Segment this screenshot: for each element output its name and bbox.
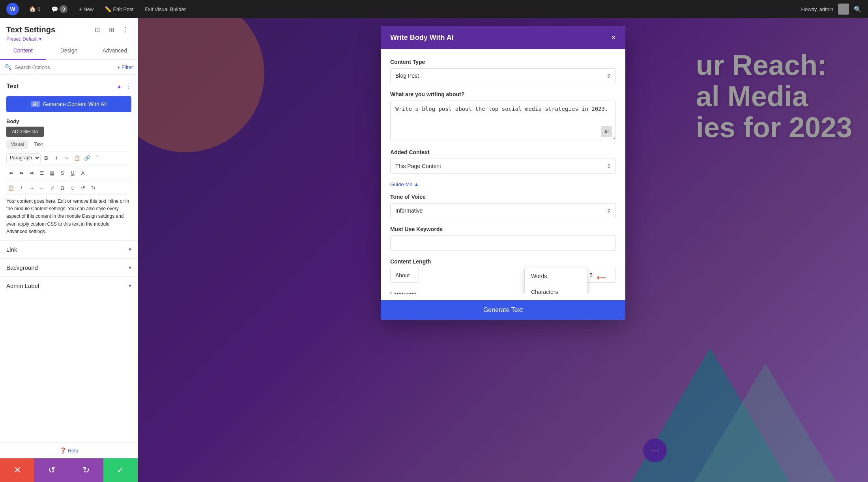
preset-selector[interactable]: Preset: Default ▾	[6, 36, 131, 42]
editor-toolbar: Paragraph Heading 1 Heading 2 B I ≡ 📋 🔗 …	[6, 151, 131, 164]
canvas-area: ur Reach:al Mediaies for 2023 ··· Write …	[138, 18, 868, 482]
text-color-button[interactable]: A	[78, 168, 88, 177]
generate-text-button[interactable]: Generate Text	[381, 300, 625, 320]
content-length-select[interactable]: About Exactly At least	[390, 268, 419, 283]
italic-button[interactable]: I	[52, 153, 61, 163]
writing-about-textarea[interactable]: Write a blog post about the top social m…	[390, 101, 616, 140]
special-char-button[interactable]: Ω	[58, 183, 67, 192]
bold-button[interactable]: B	[41, 153, 51, 163]
added-context-label: Added Context	[390, 149, 616, 155]
emoji-button[interactable]: ☺	[68, 183, 77, 192]
toolbar-exit-builder[interactable]: Exit Visual Builder	[140, 5, 190, 14]
editor-toolbar-2: ⬅ ⬌ ➡ ☰ ▦ S U A	[6, 166, 131, 179]
modal-close-button[interactable]: ×	[611, 33, 616, 42]
keywords-group: Must Use Keywords social media strategie…	[390, 226, 616, 250]
keywords-label: Must Use Keywords	[390, 226, 616, 232]
text-collapse-arrow[interactable]: ▲	[116, 83, 122, 90]
link-arrow-icon: ▾	[129, 246, 131, 252]
text-section-header[interactable]: Text ▲ ⋮	[0, 79, 138, 93]
justify-button[interactable]: ☰	[37, 168, 47, 177]
wp-toolbar: W 🏠 0 💬 0 + New ✏️ Edit Post Exit Visual…	[0, 0, 868, 18]
tab-advanced[interactable]: Advanced	[92, 42, 138, 60]
keywords-input[interactable]: social media strategies	[390, 235, 616, 250]
table-button[interactable]: ▦	[47, 168, 57, 177]
ai-badge: AI	[31, 101, 40, 107]
align-center-button[interactable]: ⬌	[17, 168, 26, 177]
modal-overlay: Write Body With AI × Content Type Blog P…	[138, 18, 868, 482]
unordered-list-button[interactable]: ≡	[62, 153, 71, 163]
more-options-icon[interactable]: ⋮	[120, 24, 131, 35]
link-button[interactable]: 🔗	[82, 153, 92, 163]
red-arrow-icon: ←	[593, 268, 609, 286]
search-input[interactable]	[15, 64, 114, 70]
underline-button[interactable]: U	[68, 168, 77, 177]
added-context-group: Added Context This Page Content None	[390, 149, 616, 174]
text-section-menu[interactable]: ⋮	[125, 82, 131, 90]
writing-about-group: What are you writing about? Write a blog…	[390, 91, 616, 141]
help-link[interactable]: Help	[68, 448, 79, 454]
text-section-title: Text	[6, 83, 19, 90]
search-icon[interactable]: 🔍	[854, 6, 862, 13]
indent-button[interactable]: →	[27, 183, 36, 192]
layout-icon[interactable]: ⊞	[105, 24, 117, 35]
redo-button[interactable]: ↻	[69, 458, 103, 482]
editor-toolbar-3: 📋 i → ← ⤢ Ω ☺ ↺ ↻	[6, 181, 131, 194]
tab-design[interactable]: Design	[46, 42, 92, 60]
paste-button[interactable]: 📋	[6, 183, 16, 192]
fullscreen-button[interactable]: ⤢	[47, 183, 57, 192]
content-type-label: Content Type	[390, 59, 616, 65]
ai-modal: Write Body With AI × Content Type Blog P…	[381, 26, 625, 320]
panel-header: Text Settings ⊡ ⊞ ⋮ Preset: Default ▾	[0, 18, 138, 42]
confirm-button[interactable]: ✓	[103, 458, 138, 482]
italic2-button[interactable]: i	[17, 183, 26, 192]
align-left-button[interactable]: ⬅	[6, 168, 16, 177]
length-type-dropdown: Words Characters Sentences	[524, 268, 587, 294]
add-media-button[interactable]: ADD MEDIA	[6, 127, 44, 137]
toolbar-right: Howdy, admin 🔍	[801, 4, 862, 15]
editor-tab-text[interactable]: Text	[29, 140, 47, 149]
toolbar-my-great-blog[interactable]: 🏠 0	[25, 4, 44, 14]
generate-ai-button[interactable]: AI Generate Content With All	[6, 96, 131, 112]
editor-tabs: Visual Text	[6, 140, 131, 149]
arrow-indicator: ←	[593, 271, 617, 283]
dropdown-words[interactable]: Words	[525, 268, 587, 284]
wp-logo-icon[interactable]: W	[6, 3, 19, 15]
body-label: Body	[6, 118, 131, 124]
strikethrough-button[interactable]: S	[58, 168, 67, 177]
focus-mode-icon[interactable]: ⊡	[91, 24, 103, 35]
quote-button[interactable]: "	[93, 153, 102, 163]
undo2-button[interactable]: ↺	[78, 183, 88, 192]
modal-body: Content Type Blog Post Article Social Me…	[381, 49, 625, 294]
search-bar: 🔍 + Filter	[0, 60, 138, 75]
left-panel: Text Settings ⊡ ⊞ ⋮ Preset: Default ▾ Co…	[0, 18, 138, 482]
toolbar-comments[interactable]: 💬 0	[47, 4, 71, 15]
action-bar: ✕ ↺ ↻ ✓	[0, 458, 138, 482]
link-section[interactable]: Link ▾	[0, 240, 138, 258]
admin-label-arrow-icon: ▾	[129, 282, 131, 289]
tone-of-voice-select[interactable]: Informative Casual Professional	[390, 203, 616, 218]
dropdown-characters[interactable]: Characters	[525, 284, 587, 294]
cancel-button[interactable]: ✕	[0, 458, 34, 482]
content-type-select[interactable]: Blog Post Article Social Media Post	[390, 68, 616, 83]
textarea-ai-icon: AI	[601, 126, 612, 137]
paragraph-select[interactable]: Paragraph Heading 1 Heading 2	[6, 153, 41, 162]
undo-button[interactable]: ↺	[34, 458, 69, 482]
ordered-list-button[interactable]: 📋	[72, 153, 82, 163]
filter-button[interactable]: + Filter	[117, 64, 133, 70]
tone-of-voice-label: Tone of Voice	[390, 194, 616, 200]
tone-of-voice-group: Tone of Voice Informative Casual Profess…	[390, 194, 616, 218]
toolbar-edit-post[interactable]: ✏️ Edit Post	[101, 4, 137, 14]
align-right-button[interactable]: ➡	[27, 168, 36, 177]
toolbar-new[interactable]: + New	[75, 4, 97, 14]
tab-content[interactable]: Content	[0, 42, 46, 60]
outdent-button[interactable]: ←	[37, 183, 47, 192]
admin-label-section[interactable]: Admin Label ▾	[0, 276, 138, 295]
guide-me-link[interactable]: Guide Me ▲	[390, 181, 616, 187]
panel-title: Text Settings	[6, 25, 55, 34]
redo2-button[interactable]: ↻	[88, 183, 98, 192]
added-context-select[interactable]: This Page Content None	[390, 159, 616, 174]
editor-content[interactable]: Your content goes here. Edit or remove t…	[6, 196, 131, 237]
background-section[interactable]: Background ▾	[0, 258, 138, 276]
content-length-group: Content Length About Exactly At least	[390, 258, 616, 283]
editor-tab-visual[interactable]: Visual	[6, 140, 28, 149]
